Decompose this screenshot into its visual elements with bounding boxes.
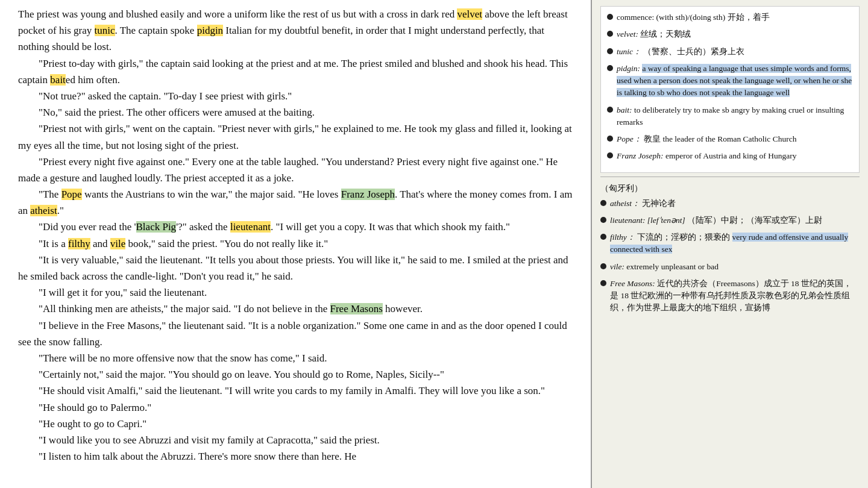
text-paragraph: "There will be no more offensive now tha…: [18, 350, 573, 366]
vocab-word: filthy：: [610, 233, 637, 242]
highlighted-word-green: Black Pig: [136, 221, 177, 233]
highlighted-word-yellow: vile: [110, 238, 126, 249]
text-paragraph: "It is a filthy and vile book," said the…: [18, 236, 573, 252]
text-paragraph: "I would like you to see Abruzzi and vis…: [18, 432, 573, 448]
text-paragraph: "Priest every night five against one." E…: [18, 154, 573, 186]
bullet-icon: [600, 217, 606, 223]
vocab-text: bait: to deliberately try to make sb ang…: [617, 104, 853, 129]
vocab-definition-zh: 下流的；淫秽的；猥亵的: [637, 233, 732, 242]
vocab-text: tunic： （警察、士兵的）紧身上衣: [617, 46, 853, 58]
highlighted-word-yellow: tunic: [95, 25, 115, 36]
text-paragraph: "He should go to Palermo.": [18, 399, 573, 416]
text-paragraph: "The Pope wants the Austrians to win the…: [18, 186, 573, 219]
text-paragraph: "All thinking men are atheists," the maj…: [18, 301, 573, 317]
highlighted-word-yellow: filthy: [68, 238, 90, 249]
vocab-word: bait:: [617, 105, 634, 114]
vocab-item: commence: (with sth)/(doing sth) 开始，着手: [607, 11, 853, 23]
vocab-definition-zh: 丝绒；天鹅绒: [640, 30, 691, 39]
bullet-icon: [607, 31, 613, 37]
vocab-text: Free Masons: 近代的共济会（Freemasons）成立于 18 世纪…: [610, 278, 860, 314]
bullet-icon: [607, 14, 613, 20]
text-paragraph: "Certainly not," said the major. "You sh…: [18, 366, 573, 383]
vocab-text: atheist： 无神论者: [610, 198, 860, 210]
vocab-definition: commence: (with sth)/(doing sth) 开始，着手: [617, 13, 770, 22]
bullet-icon: [600, 280, 606, 286]
vocab-word: Franz Joseph:: [617, 151, 665, 160]
vocab-word: Free Masons:: [610, 279, 657, 288]
vocab-definition-highlighted: a way of speaking a language that uses s…: [617, 64, 852, 98]
sidebar-top-section: commence: (with sth)/(doing sth) 开始，着手ve…: [600, 6, 860, 173]
text-paragraph: "Priest to-day with girls," the captain …: [18, 55, 573, 88]
vocab-word: Pope：: [617, 134, 644, 143]
vocab-item: Pope： 教皇 the leader of the Roman Catholi…: [607, 133, 853, 145]
highlighted-word-yellow: velvet: [457, 8, 482, 20]
main-text-area: The priest was young and blushed easily …: [0, 0, 591, 488]
highlighted-word-green: Franz Joseph: [341, 189, 395, 200]
text-paragraph: "It is very valuable," said the lieutena…: [18, 252, 573, 284]
text-paragraph: "I will get it for you," said the lieute…: [18, 284, 573, 301]
text-paragraph: "Not true?" asked the captain. "To-day I…: [18, 88, 573, 104]
vocab-item: pidgin: a way of speaking a language tha…: [607, 63, 853, 99]
text-paragraph: "I believe in the Free Masons," the lieu…: [18, 318, 573, 350]
text-paragraph: "No," said the priest. The other officer…: [18, 104, 573, 120]
bullet-icon: [600, 263, 606, 269]
highlighted-word-yellow: bait: [50, 74, 66, 86]
vocab-text: pidgin: a way of speaking a language tha…: [617, 63, 853, 99]
vocab-word: pidgin:: [617, 64, 642, 73]
vocab-word: tunic：: [617, 47, 643, 56]
bullet-icon: [607, 65, 613, 71]
vocab-label: （匈牙利）: [600, 183, 860, 194]
highlighted-word-yellow: Pope: [61, 189, 82, 200]
bullet-icon: [607, 136, 613, 142]
vocab-definition-zh: （警察、士兵的）紧身上衣: [643, 47, 744, 56]
highlighted-word-green: Free Masons: [330, 303, 383, 314]
vocab-item: atheist： 无神论者: [600, 198, 860, 210]
vocab-definition: extremely unpleasant or bad: [626, 262, 719, 271]
vocab-text: velvet: 丝绒；天鹅绒: [617, 28, 853, 40]
vocab-text: Franz Joseph: emperor of Austria and kin…: [617, 150, 853, 162]
text-paragraph: "Did you ever read the 'Black Pig'?" ask…: [18, 219, 573, 235]
bullet-icon: [607, 152, 613, 158]
text-paragraph: "He should visit Amalfi," said the lieut…: [18, 383, 573, 399]
vocab-item: velvet: 丝绒；天鹅绒: [607, 28, 853, 40]
vocab-word: lieutenant: [lefˈtenənt]: [610, 216, 687, 225]
vocab-definition: to deliberately try to make sb angry by …: [617, 105, 844, 127]
vocab-text: lieutenant: [lefˈtenənt] （陆军）中尉；（海军或空军）上…: [610, 214, 860, 227]
vocab-definition-zh: 无神论者: [642, 199, 676, 208]
highlighted-word-yellow: pidgin: [197, 25, 223, 36]
vocab-text: filthy： 下流的；淫秽的；猥亵的 very rude and offens…: [610, 231, 860, 256]
bullet-icon: [600, 234, 606, 240]
text-paragraph: "He ought to go to Capri.": [18, 416, 573, 432]
highlighted-word-yellow: atheist: [30, 205, 57, 216]
vocab-item: Franz Joseph: emperor of Austria and kin…: [607, 150, 853, 162]
text-paragraph: The priest was young and blushed easily …: [18, 6, 573, 55]
vocab-definition: emperor of Austria and king of Hungary: [665, 151, 796, 160]
vocab-word: vile:: [610, 262, 626, 271]
bullet-icon: [600, 200, 606, 206]
highlighted-word-yellow: lieutenant: [230, 221, 271, 233]
vocab-item: filthy： 下流的；淫秽的；猥亵的 very rude and offens…: [600, 231, 860, 256]
vocab-definition-zh: 教皇 the leader of the Roman Catholic Chur…: [644, 134, 796, 143]
vocab-item: bait: to deliberately try to make sb ang…: [607, 104, 853, 129]
text-paragraph: "Priest not with girls," went on the cap…: [18, 120, 573, 153]
vocab-text: Pope： 教皇 the leader of the Roman Catholi…: [617, 133, 853, 145]
vocab-item: lieutenant: [lefˈtenənt] （陆军）中尉；（海军或空军）上…: [600, 214, 860, 227]
vocab-item: tunic： （警察、士兵的）紧身上衣: [607, 46, 853, 58]
text-paragraph: "I listen to him talk about the Abruzzi.…: [18, 448, 573, 465]
vocab-word: atheist：: [610, 199, 642, 208]
bullet-icon: [607, 107, 613, 113]
bullet-icon: [607, 48, 613, 54]
vocab-definition-zh: （陆军）中尉；（海军或空军）上尉: [687, 216, 822, 225]
sidebar-bottom-section: （匈牙利）atheist： 无神论者lieutenant: [lefˈtenən…: [600, 181, 860, 322]
vocab-item: Free Masons: 近代的共济会（Freemasons）成立于 18 世纪…: [600, 278, 860, 314]
vocab-text: vile: extremely unpleasant or bad: [610, 261, 860, 273]
vocab-text: commence: (with sth)/(doing sth) 开始，着手: [617, 11, 853, 23]
vocab-word: velvet:: [617, 30, 640, 39]
vocab-item: vile: extremely unpleasant or bad: [600, 261, 860, 273]
sidebar-vocabulary: commence: (with sth)/(doing sth) 开始，着手ve…: [591, 0, 868, 488]
